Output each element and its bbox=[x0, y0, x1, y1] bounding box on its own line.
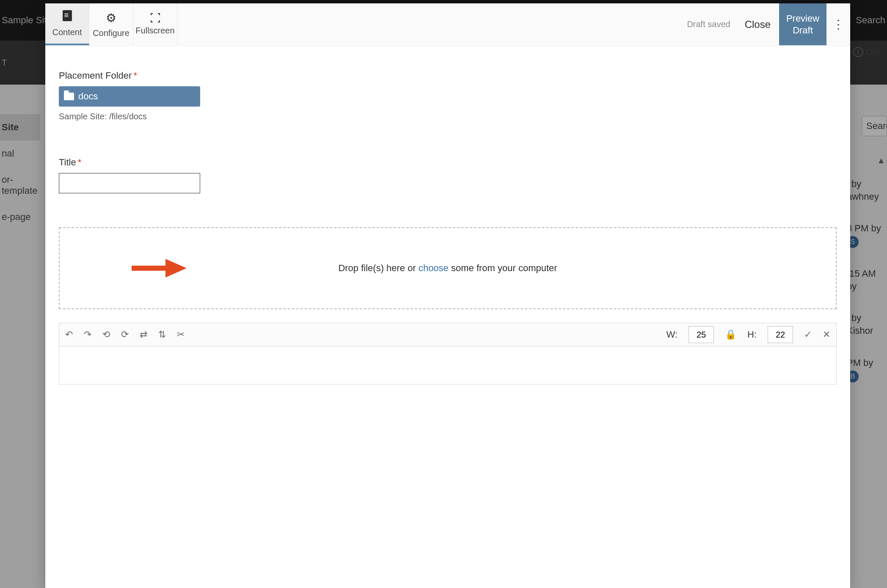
bg-band-text: T bbox=[2, 58, 7, 68]
more-actions-button[interactable]: ⋮ bbox=[826, 3, 850, 45]
apply-icon[interactable]: ✓ bbox=[804, 329, 812, 340]
title-input[interactable] bbox=[59, 173, 200, 193]
tabbar-spacer: Draft saved Close bbox=[177, 3, 779, 45]
gear-icon bbox=[106, 11, 116, 25]
bg-site-name: Sample Site bbox=[0, 15, 52, 26]
rotate-left-icon[interactable]: ⟲ bbox=[102, 329, 110, 340]
bg-sidebar-item: Site bbox=[0, 114, 40, 140]
draft-status: Draft saved bbox=[687, 19, 730, 29]
title-block: Title* bbox=[59, 157, 837, 193]
bg-sidebar: Site nal or-template e-page bbox=[0, 114, 40, 588]
folder-path: Sample Site: /files/docs bbox=[59, 112, 837, 121]
bg-search-placeholder: Searc bbox=[866, 121, 887, 132]
tab-label: Fullscreen bbox=[135, 26, 174, 36]
content-icon bbox=[63, 10, 72, 24]
dropzone-post: some from your computer bbox=[449, 263, 557, 273]
tab-label: Content bbox=[52, 27, 82, 37]
height-label: H: bbox=[747, 329, 757, 340]
bg-details-button: i Det bbox=[853, 47, 887, 58]
bg-sidebar-item: e-page bbox=[0, 204, 40, 230]
bg-search-label: Search bbox=[856, 15, 887, 26]
label-text: Title bbox=[59, 157, 76, 168]
modal-tabbar: Content Configure Fullscreen Draft saved… bbox=[45, 3, 850, 46]
flip-horizontal-icon[interactable]: ⇄ bbox=[140, 329, 147, 340]
modal-body: Placement Folder* docs Sample Site: /fil… bbox=[45, 46, 850, 385]
bg-sidebar-item: or-template bbox=[0, 167, 40, 204]
bg-right-line: 8 PM by S bbox=[847, 222, 887, 248]
fullscreen-icon bbox=[151, 13, 160, 22]
image-edit-toolbar: ↶ ↷ ⟲ ⟳ ⇄ ⇅ ✂ W: 🔒 H: ✓ ✕ bbox=[59, 323, 837, 346]
close-button[interactable]: Close bbox=[745, 19, 771, 30]
bg-right-info-column: l by awhney 8 PM by S :15 AM by l by Kis… bbox=[847, 178, 887, 402]
svg-marker-0 bbox=[132, 259, 187, 278]
folder-icon bbox=[64, 93, 74, 100]
crop-icon[interactable]: ✂ bbox=[177, 329, 185, 340]
bg-search-box: Searc bbox=[862, 116, 887, 136]
placement-folder-label: Placement Folder* bbox=[59, 70, 837, 81]
width-input[interactable] bbox=[689, 326, 714, 343]
choose-file-link[interactable]: choose bbox=[419, 263, 449, 273]
required-marker: * bbox=[78, 157, 82, 168]
file-dropzone[interactable]: Drop file(s) here or choose some from yo… bbox=[59, 227, 837, 309]
redo-icon[interactable]: ↷ bbox=[84, 329, 91, 340]
bg-right-line: l by Kishor bbox=[847, 312, 887, 337]
undo-icon[interactable]: ↶ bbox=[65, 329, 73, 340]
bg-sidebar-item: nal bbox=[0, 140, 40, 167]
cancel-icon[interactable]: ✕ bbox=[823, 329, 830, 340]
required-marker: * bbox=[133, 70, 137, 81]
tab-label: Configure bbox=[93, 28, 129, 38]
label-text: Placement Folder bbox=[59, 70, 132, 81]
placement-folder-picker[interactable]: docs bbox=[59, 86, 200, 107]
tab-fullscreen[interactable]: Fullscreen bbox=[133, 3, 177, 45]
info-icon: i bbox=[853, 47, 863, 57]
bg-right-text: l by awhney bbox=[847, 179, 879, 202]
flip-vertical-icon[interactable]: ⇅ bbox=[158, 329, 166, 340]
bg-details-label: Det bbox=[866, 47, 880, 58]
bg-right-text: PM by bbox=[847, 357, 873, 368]
bg-right-text: 8 PM by bbox=[847, 223, 881, 234]
bg-right-text: l by Kishor bbox=[847, 313, 873, 336]
bg-right-text: :15 AM by bbox=[847, 268, 876, 291]
bg-right-line: l by awhney bbox=[847, 178, 887, 203]
bg-sort-arrow: ▲ bbox=[877, 156, 885, 165]
rotate-right-icon[interactable]: ⟳ bbox=[121, 329, 129, 340]
dropzone-text: Drop file(s) here or choose some from yo… bbox=[338, 263, 557, 274]
folder-name: docs bbox=[78, 91, 98, 102]
title-label: Title* bbox=[59, 157, 837, 168]
bg-right-line: :15 AM by bbox=[847, 267, 887, 292]
height-input[interactable] bbox=[768, 326, 793, 343]
width-label: W: bbox=[667, 329, 678, 340]
preview-draft-button[interactable]: Preview Draft bbox=[779, 3, 826, 45]
lock-aspect-icon[interactable]: 🔒 bbox=[725, 329, 736, 340]
callout-arrow-icon bbox=[132, 258, 187, 278]
tab-configure[interactable]: Configure bbox=[89, 3, 133, 45]
tab-content[interactable]: Content bbox=[45, 3, 89, 45]
image-edit-canvas bbox=[59, 346, 837, 385]
dropzone-pre: Drop file(s) here or bbox=[338, 263, 419, 273]
bg-right-line: PM by B bbox=[847, 357, 887, 382]
edit-modal: Content Configure Fullscreen Draft saved… bbox=[45, 3, 850, 588]
